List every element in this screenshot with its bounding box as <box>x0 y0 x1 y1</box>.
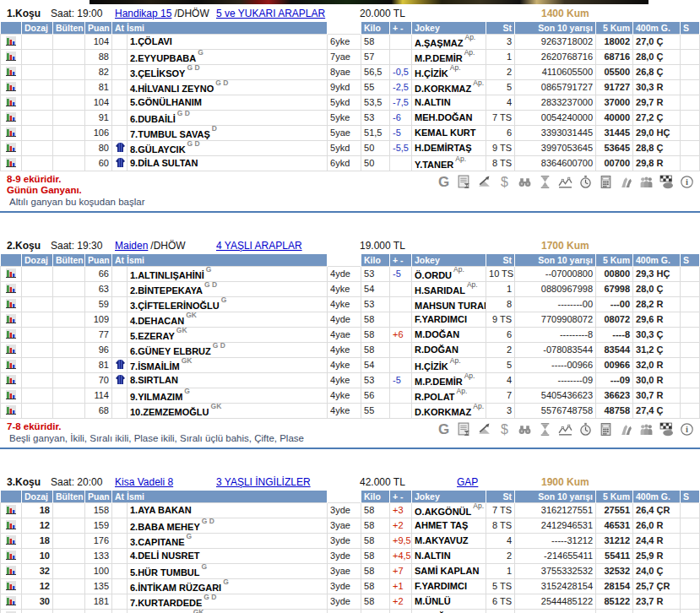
ganyan-g-icon[interactable]: G <box>436 422 452 440</box>
crowd-icon[interactable] <box>638 175 654 193</box>
stopwatch-icon[interactable] <box>578 175 594 193</box>
crowd-icon[interactable] <box>638 422 654 440</box>
g400-cell: 31,2 Ç <box>633 343 681 358</box>
form-graph-icon[interactable] <box>5 129 17 139</box>
form-graph-icon[interactable] <box>5 301 17 311</box>
horse-name: 8.GÜLAYCIKG D <box>128 141 328 156</box>
form-graph-icon[interactable] <box>5 598 17 608</box>
info-icon[interactable]: i <box>679 175 695 193</box>
dozaj-cell <box>22 373 53 388</box>
form-graph-icon[interactable] <box>5 522 17 532</box>
age-cell: 5ykd <box>328 141 361 156</box>
silks-cell <box>112 35 128 50</box>
form-graph-icon[interactable] <box>5 552 17 562</box>
form-graph-icon[interactable] <box>5 346 17 356</box>
dollar-icon[interactable]: $ <box>497 175 513 193</box>
column-header-2: Bülten <box>53 254 85 267</box>
stopwatch-icon[interactable] <box>578 422 594 440</box>
bulten-cell <box>53 518 85 534</box>
form-graph-cell <box>1 65 22 80</box>
form-graph-icon[interactable] <box>5 285 17 296</box>
horses-icon[interactable] <box>618 422 634 440</box>
form-graph-icon[interactable] <box>5 270 17 280</box>
horse-name: 1.ALTINLIŞAHİNİG <box>128 267 328 282</box>
photo-finish-icon[interactable] <box>659 422 675 440</box>
performance-trend-icon[interactable] <box>476 422 492 440</box>
bulten-cell <box>53 404 85 419</box>
jockey-name: D.KORKMAZAp. <box>412 404 486 419</box>
last10-results-cell: 8364600700 <box>515 156 596 171</box>
race-extra-link[interactable]: GAP <box>457 476 478 488</box>
race-group-link[interactable]: 3 YAŞLI İNGİLİZLER <box>216 476 311 488</box>
race-type-link[interactable]: Kisa Vadeli 8 <box>115 476 173 488</box>
race-group-link[interactable]: 4 YAŞLI ARAPLAR <box>216 240 302 252</box>
horse-row: 775.EZERAYGK4yae58+6M.DOĞAN6---------8--… <box>1 328 700 343</box>
start-box-cell: 8 TS <box>486 156 515 171</box>
dozaj-cell <box>22 111 53 126</box>
jockey-name: M.ÜNLÜ <box>412 594 486 610</box>
photo-finish-icon[interactable] <box>659 175 675 193</box>
binoculars-icon[interactable] <box>517 175 533 193</box>
race-type-link[interactable]: Maiden <box>115 240 148 252</box>
binoculars-icon[interactable] <box>517 422 533 440</box>
kum5-cell: 91727 <box>596 80 633 95</box>
form-graph-icon[interactable] <box>5 160 17 170</box>
form-graph-icon[interactable] <box>5 392 17 402</box>
form-graph-icon[interactable] <box>5 567 17 578</box>
g400-cell: 25,9 R <box>633 549 681 564</box>
column-header-8: + - <box>390 22 412 35</box>
form-graph-icon[interactable] <box>5 361 17 372</box>
bulten-cell <box>53 282 85 297</box>
kilo-cell: 50 <box>361 141 390 156</box>
g400-cell: 28,2 R <box>633 297 681 312</box>
program-calc-icon[interactable] <box>456 175 472 193</box>
ganyan-g-icon[interactable]: G <box>436 175 452 193</box>
age-cell: 6yke <box>328 35 361 50</box>
kilo-cell: 58 <box>361 594 390 610</box>
program-calc-icon[interactable] <box>456 422 472 440</box>
form-graph-icon[interactable] <box>5 583 17 593</box>
form-graph-icon[interactable] <box>5 507 17 517</box>
g400-cell: 27,0 Ç <box>633 35 681 50</box>
hourglass-icon[interactable] <box>537 175 553 193</box>
bulten-cell <box>53 549 85 564</box>
race-group-link[interactable]: 5 ve YUKARI ARAPLAR <box>216 8 325 19</box>
form-graph-cell <box>1 549 22 564</box>
calculator-icon[interactable] <box>598 422 614 440</box>
horses-icon[interactable] <box>618 175 634 193</box>
form-graph-icon[interactable] <box>5 99 17 109</box>
form-graph-icon[interactable] <box>5 84 17 94</box>
form-graph-icon[interactable] <box>5 38 17 48</box>
form-graph-icon[interactable] <box>5 53 17 63</box>
g400-cell: 28,0 Ç <box>633 50 681 65</box>
bulten-cell <box>53 312 85 328</box>
age-cell: 3yae <box>328 518 361 534</box>
kilo-cell: 58 <box>361 503 390 518</box>
form-graph-icon[interactable] <box>5 331 17 341</box>
form-graph-icon[interactable] <box>5 537 17 547</box>
form-graph-icon[interactable] <box>5 114 17 124</box>
race-type-link[interactable]: Handikap 15 <box>115 8 171 19</box>
form-graph-icon[interactable] <box>5 144 17 155</box>
hourglass-icon[interactable] <box>537 422 553 440</box>
last10-results-cell: 1221563464 <box>515 610 596 613</box>
calculator-icon[interactable] <box>598 175 614 193</box>
weight-diff-cell <box>390 282 412 297</box>
form-chart-icon[interactable] <box>557 422 573 440</box>
horse-row: 1041.ÇÖLAVI6yke58A.ŞAŞMAZAp.392637180021… <box>1 35 700 50</box>
form-graph-icon[interactable] <box>5 316 17 326</box>
form-graph-icon[interactable] <box>5 68 17 79</box>
dollar-icon[interactable]: $ <box>497 422 513 440</box>
silks-icon <box>115 361 126 372</box>
svg-text:i: i <box>686 425 688 434</box>
form-graph-icon[interactable] <box>5 377 17 387</box>
info-icon[interactable]: i <box>679 422 695 440</box>
svg-text:i: i <box>686 177 688 187</box>
bulten-cell <box>53 564 85 579</box>
form-chart-icon[interactable] <box>557 175 573 193</box>
column-header-11: Son 10 yarışı <box>515 254 596 267</box>
s-cell <box>681 373 700 388</box>
performance-trend-icon[interactable] <box>476 175 492 193</box>
age-cell: 3yde <box>328 594 361 610</box>
form-graph-icon[interactable] <box>5 407 17 417</box>
